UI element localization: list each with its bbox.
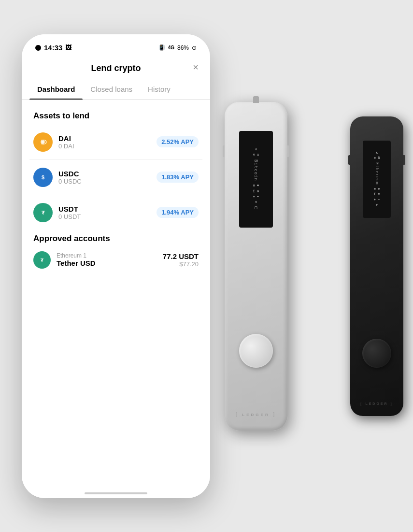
side-button-left	[223, 145, 225, 157]
list-item[interactable]: ₿ DAI 0 DAI 2.52% APY	[29, 125, 202, 160]
dai-icon: ₿	[33, 132, 53, 152]
asset-apy-badge: 1.83% APY	[157, 172, 199, 183]
home-indicator	[85, 492, 147, 494]
status-bar: 14:33 🖼 📳 4G 86% ⊙	[22, 34, 210, 56]
asset-name: USDT	[58, 205, 157, 213]
phone-device: 14:33 🖼 📳 4G 86% ⊙ Lend crypto × Dashboa…	[22, 34, 210, 498]
close-button[interactable]: ×	[193, 62, 199, 72]
asset-info: USDT 0 USDT	[58, 205, 157, 220]
app-content: Lend crypto × Dashboard Closed loans His…	[22, 56, 210, 498]
balance-usd: $77.20	[163, 260, 199, 268]
side-button-left-dark	[348, 155, 350, 165]
account-network-label: Ethereum 1	[57, 252, 163, 259]
phone-wrapper: 14:33 🖼 📳 4G 86% ⊙ Lend crypto × Dashboa…	[0, 0, 232, 532]
device-body-dark: ∧ ⊙ B Ethereum ≡ ⊕ Σ ≡ + ⌐ ∨ [ LEDGER ]	[350, 116, 403, 416]
ledger-device-silver: ∧ ⊙ ⌂ Bitcoin ≡ ♦ Σ ⊕ + ⌐ ∨ □ [ LEDGER ]	[225, 102, 287, 431]
tab-history[interactable]: History	[140, 79, 178, 99]
device-main-button-dark[interactable]	[362, 339, 391, 368]
list-item[interactable]: ₮ Ethereum 1 Tether USD 77.2 USDT $77.20	[29, 244, 202, 276]
account-name: Tether USD	[57, 259, 163, 267]
asset-apy-badge: 1.94% APY	[157, 207, 199, 218]
svg-text:$: $	[42, 174, 44, 180]
usdc-icon: $	[33, 168, 53, 187]
signal-icon: 4G	[168, 45, 174, 50]
device-screen-dark: ∧ ⊙ B Ethereum ≡ ⊕ Σ ≡ + ⌐ ∨	[363, 141, 391, 218]
asset-balance: 0 USDT	[58, 213, 157, 220]
account-balance: 77.2 USDT $77.20	[163, 252, 199, 268]
account-info: Ethereum 1 Tether USD	[57, 252, 163, 267]
photo-icon: 🖼	[65, 44, 71, 51]
svg-text:₮: ₮	[42, 210, 45, 216]
battery-circle-icon: ⊙	[192, 44, 197, 51]
vibrate-icon: 📳	[158, 44, 165, 51]
asset-name: DAI	[58, 134, 157, 143]
approved-section: Approved accounts ₮ Ethereum 1 Tether US…	[22, 230, 210, 280]
device-body-silver: ∧ ⊙ ⌂ Bitcoin ≡ ♦ Σ ⊕ + ⌐ ∨ □ [ LEDGER ]	[225, 102, 287, 431]
asset-balance: 0 USDC	[58, 178, 157, 185]
device-main-button-silver[interactable]	[239, 334, 273, 368]
usdt-icon: ₮	[33, 203, 53, 222]
side-button-right	[287, 145, 289, 157]
balance-amount: 77.2 USDT	[163, 252, 199, 260]
svg-text:₮: ₮	[41, 258, 44, 263]
asset-apy-badge: 2.52% APY	[157, 136, 199, 147]
status-time: 14:33 🖼	[35, 43, 71, 52]
list-item[interactable]: $ USDC 0 USDC 1.83% APY	[29, 160, 202, 195]
ledger-device-dark: ∧ ⊙ B Ethereum ≡ ⊕ Σ ≡ + ⌐ ∨ [ LEDGER ]	[350, 116, 403, 416]
usb-connector	[253, 96, 259, 103]
list-item[interactable]: ₮ USDT 0 USDT 1.94% APY	[29, 195, 202, 230]
ledger-brand-silver: [ LEDGER ]	[236, 412, 277, 417]
header: Lend crypto ×	[22, 56, 210, 79]
approved-section-title: Approved accounts	[33, 234, 110, 243]
device-screen-silver: ∧ ⊙ ⌂ Bitcoin ≡ ♦ Σ ⊕ + ⌐ ∨ □	[239, 131, 273, 228]
asset-info: USDC 0 USDC	[58, 170, 157, 185]
assets-section-header: Assets to lend	[22, 100, 210, 125]
ledger-devices-area: ∧ ⊙ ⌂ Bitcoin ≡ ♦ Σ ⊕ + ⌐ ∨ □ [ LEDGER ]	[210, 0, 413, 532]
tab-dashboard[interactable]: Dashboard	[29, 79, 83, 99]
side-button-right-dark	[403, 155, 405, 165]
screen-content-dark: ∧ ⊙ B Ethereum ≡ ⊕ Σ ≡ + ⌐ ∨	[374, 150, 380, 208]
tab-bar: Dashboard Closed loans History	[22, 79, 210, 100]
camera-dot	[35, 45, 41, 51]
asset-balance: 0 DAI	[58, 143, 157, 150]
tab-closed-loans[interactable]: Closed loans	[83, 79, 140, 99]
asset-info: DAI 0 DAI	[58, 134, 157, 150]
ledger-brand-dark: [ LEDGER ]	[360, 402, 393, 405]
account-usdt-icon: ₮	[33, 251, 51, 269]
status-icons: 📳 4G 86% ⊙	[158, 44, 197, 51]
asset-list: ₿ DAI 0 DAI 2.52% APY $	[22, 125, 210, 230]
header-title: Lend crypto	[91, 63, 141, 73]
content-spacer	[22, 280, 210, 492]
assets-section-title: Assets to lend	[33, 111, 89, 120]
screen-content: ∧ ⊙ ⌂ Bitcoin ≡ ♦ Σ ⊕ + ⌐ ∨ □	[253, 147, 259, 211]
asset-name: USDC	[58, 170, 157, 178]
battery-icon: 86%	[177, 44, 189, 51]
